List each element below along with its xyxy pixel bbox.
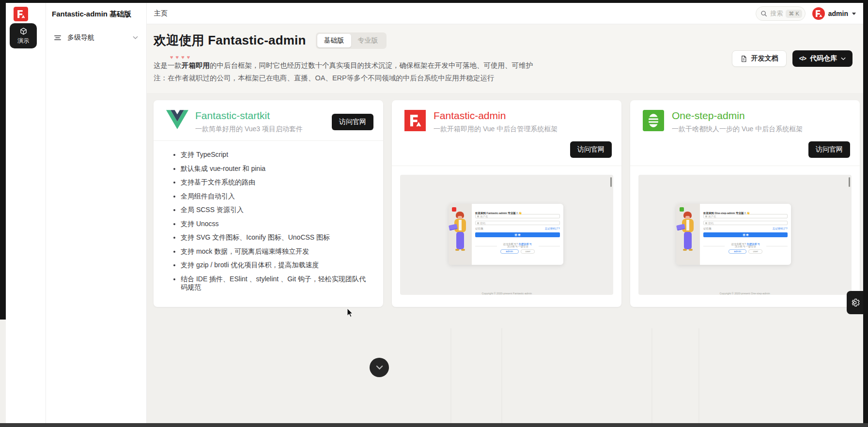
feature-item: 支持 Unocss bbox=[181, 220, 372, 229]
feature-item: 全局 SCSS 资源引入 bbox=[181, 206, 372, 214]
dev-docs-button[interactable]: 开发文档 bbox=[732, 50, 787, 67]
preview-brand-dot bbox=[680, 207, 684, 212]
version-switcher: 基础版 专业版 bbox=[316, 32, 387, 49]
visit-site-button[interactable]: 访问官网 bbox=[332, 114, 373, 130]
cube-icon bbox=[19, 27, 28, 35]
chevron-down-icon bbox=[841, 57, 846, 61]
preview-password-input: 密码 bbox=[475, 221, 560, 225]
chevron-down-icon bbox=[852, 12, 856, 15]
feature-item: 支持 SVG 文件图标、Iconify 图标、UnoCSS 图标 bbox=[181, 233, 372, 242]
visit-site-button[interactable]: 访问官网 bbox=[808, 141, 850, 158]
fantastic-admin-logo-icon bbox=[404, 110, 427, 131]
sidebar-panel-title: Fantastic-admin 基础版 bbox=[52, 10, 143, 19]
window-frame-left bbox=[0, 0, 6, 320]
hearts-decoration: ♥ ♥ ♥ ♥ bbox=[170, 54, 190, 60]
search-input[interactable]: 搜索 ⌘ K bbox=[756, 6, 805, 21]
window-frame-bottom bbox=[0, 423, 868, 427]
card-title: Fantastic-startkit bbox=[195, 110, 325, 122]
sidebar-item-multilevel-nav[interactable]: 多级导航 bbox=[49, 29, 143, 46]
feature-list: 支持 TypeScript 默认集成 vue-router 和 pinia 支持… bbox=[154, 147, 383, 307]
card-title: Fantastic-admin bbox=[434, 110, 612, 122]
mouse-cursor bbox=[347, 308, 354, 318]
primary-sidebar: 演示 bbox=[6, 3, 46, 423]
feature-item: 支持 mock 数据，可脱离后端束缚独立开发 bbox=[181, 247, 372, 256]
sidebar-item-demo-label: 演示 bbox=[17, 37, 29, 45]
feature-item: 支持基于文件系统的路由 bbox=[181, 178, 372, 187]
character-illustration bbox=[450, 212, 470, 260]
chevron-down-icon bbox=[133, 36, 138, 40]
search-placeholder: 搜索 bbox=[770, 9, 783, 18]
page-title: 欢迎使用 Fantastic-admin bbox=[154, 32, 306, 49]
feature-item: 支持 gzip / brotli 优化项目体积，提高加载速度 bbox=[181, 261, 372, 270]
preview-copyright: Copyright © 2020-present Fantastic-admin bbox=[481, 292, 532, 295]
code-repo-label: 代码仓库 bbox=[810, 54, 837, 63]
sidebar-item-label: 多级导航 bbox=[67, 33, 127, 42]
window-frame-top bbox=[0, 0, 868, 3]
avatar bbox=[812, 7, 825, 20]
sidebar-item-demo[interactable]: 演示 bbox=[10, 23, 37, 48]
preview-password-input: 密码 bbox=[703, 221, 788, 225]
visit-site-button[interactable]: 访问官网 bbox=[570, 141, 612, 158]
hero-description: 这是一款开箱即用的中后台框架，同时它也经历过数十个真实项目的技术沉淀，确保框架在… bbox=[154, 61, 533, 70]
preview-copyright: Copyright © 2020-present One-step-admin bbox=[720, 292, 770, 295]
menu-list-icon bbox=[54, 34, 62, 42]
app-window: 演示 Fantastic-admin 基础版 多级导航 主页 搜索 ⌘ K ad… bbox=[0, 0, 868, 427]
settings-button[interactable] bbox=[847, 291, 863, 314]
gear-icon bbox=[850, 298, 860, 307]
feature-item: 结合 IDE 插件、ESlint 、stylelint 、Git 钩子，轻松实现… bbox=[181, 275, 372, 292]
tab-basic-version[interactable]: 基础版 bbox=[317, 34, 351, 47]
preview-scrollbar bbox=[849, 177, 850, 187]
search-shortcut-badge: ⌘ K bbox=[786, 10, 802, 18]
preview-login-button: 登 录 bbox=[475, 232, 560, 237]
card-subtitle: 一款开箱即用的 Vue 中后台管理系统框架 bbox=[434, 125, 612, 134]
tab-home[interactable]: 主页 bbox=[154, 9, 168, 18]
preview-forgot-link: 忘记密码了? bbox=[773, 227, 788, 230]
chevron-down-icon bbox=[376, 365, 383, 370]
preview-demo-divider: 演示帐号一键登录 bbox=[735, 244, 756, 248]
ghost-artifact bbox=[651, 328, 652, 423]
username: admin bbox=[828, 10, 848, 17]
preview-brand-dot bbox=[452, 207, 456, 212]
brand-logo-icon[interactable] bbox=[14, 7, 28, 21]
preview-login-button: 登 录 bbox=[703, 232, 788, 237]
hero-note: 注：在作者就职过的公司，本框架已在电商、直播、OA、ERP等多个不同领域的中后台… bbox=[154, 74, 494, 83]
feature-item: 支持 TypeScript bbox=[181, 151, 372, 159]
card-subtitle: 一款干啥都快人一步的 Vue 中后台系统框架 bbox=[672, 125, 850, 134]
search-icon bbox=[760, 10, 767, 17]
divider bbox=[392, 166, 621, 166]
preview-demo-admin-pill: admin bbox=[728, 249, 746, 254]
card-subtitle: 一款简单好用的 Vue3 项目启动套件 bbox=[195, 125, 325, 134]
topbar-right: 搜索 ⌘ K admin bbox=[756, 3, 856, 24]
code-repo-button[interactable]: </> 代码仓库 bbox=[792, 50, 852, 67]
ghost-artifact bbox=[450, 328, 451, 423]
character-illustration bbox=[678, 212, 698, 260]
document-icon bbox=[740, 55, 747, 62]
preview-demo-user-pill: user bbox=[748, 249, 762, 254]
ghost-artifact bbox=[501, 328, 502, 423]
dev-docs-label: 开发文档 bbox=[751, 54, 778, 63]
site-preview-screenshot: 欢迎来到 One-step-admin 专业版！👋 用户名 密码 记住我忘记密码… bbox=[638, 175, 852, 295]
ghost-artifact bbox=[698, 328, 699, 423]
card-one-step-admin: One-step-admin 一款干啥都快人一步的 Vue 中后台系统框架 访问… bbox=[630, 100, 860, 307]
preview-remember: 记住我 bbox=[703, 227, 712, 230]
feature-item: 全局组件自动引入 bbox=[181, 192, 372, 201]
divider bbox=[154, 140, 383, 141]
one-step-admin-logo-icon bbox=[643, 110, 665, 131]
preview-demo-user-pill: user bbox=[521, 249, 535, 254]
preview-scrollbar bbox=[610, 177, 612, 187]
hero-section: 欢迎使用 Fantastic-admin 基础版 专业版 ♥ ♥ ♥ ♥ 这是一… bbox=[147, 24, 863, 93]
card-title: One-step-admin bbox=[672, 110, 850, 122]
site-preview-screenshot: 欢迎来到 Fantastic-admin 专业版！👋 用户名 密码 记住我忘记密… bbox=[400, 175, 613, 295]
preview-demo-divider: 演示帐号一键登录 bbox=[507, 244, 528, 248]
preview-forgot-link: 忘记密码了? bbox=[545, 227, 560, 230]
user-menu[interactable]: admin bbox=[812, 7, 856, 20]
window-frame-right bbox=[863, 0, 868, 427]
preview-remember: 记住我 bbox=[475, 227, 483, 230]
divider bbox=[630, 166, 860, 166]
scroll-down-button[interactable] bbox=[370, 358, 389, 377]
vue-logo-icon bbox=[166, 110, 188, 131]
topbar: 主页 搜索 ⌘ K admin bbox=[147, 3, 863, 24]
tab-pro-version[interactable]: 专业版 bbox=[351, 34, 385, 47]
card-fantastic-admin: Fantastic-admin 一款开箱即用的 Vue 中后台管理系统框架 访问… bbox=[392, 100, 621, 307]
card-fantastic-startkit: Fantastic-startkit 一款简单好用的 Vue3 项目启动套件 访… bbox=[154, 100, 383, 307]
